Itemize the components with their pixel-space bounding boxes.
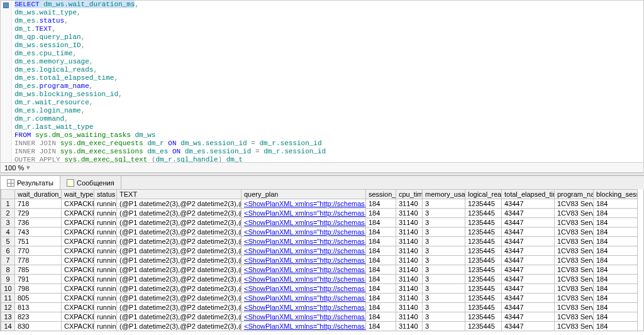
cell-wait-duration[interactable]: 837 bbox=[15, 331, 62, 332]
cell-text[interactable]: (@P1 datetime2(3),@P2 datetime2(3),@P3 n… bbox=[117, 275, 242, 284]
cell-memory-usage[interactable]: 3 bbox=[423, 322, 465, 331]
cell-wait-type[interactable]: CXPACKET bbox=[62, 209, 94, 218]
cell-program-name[interactable]: 1CV83 Server bbox=[555, 284, 594, 294]
cell-status[interactable]: running bbox=[94, 275, 117, 284]
cell-session-id[interactable]: 184 bbox=[366, 284, 396, 294]
cell-query-plan-link[interactable]: <ShowPlanXML xmlns="http://schemas.micro… bbox=[242, 265, 366, 275]
zoom-dash-icon[interactable]: ▾ bbox=[26, 163, 30, 172]
cell-text[interactable]: (@P1 datetime2(3),@P2 datetime2(3),@P3 n… bbox=[117, 284, 242, 294]
cell-total-elapsed[interactable]: 43447 bbox=[502, 237, 555, 246]
row-header[interactable]: 3 bbox=[1, 218, 15, 228]
cell-session-id[interactable]: 184 bbox=[366, 199, 396, 209]
column-header[interactable]: status bbox=[94, 190, 117, 199]
cell-cpu-time[interactable]: 31140 bbox=[396, 275, 423, 284]
column-header[interactable]: wait_type bbox=[62, 190, 94, 199]
cell-text[interactable]: (@P1 datetime2(3),@P2 datetime2(3),@P3 n… bbox=[117, 199, 242, 209]
table-row[interactable]: 12 813 CXPACKET running (@P1 datetime2(3… bbox=[1, 303, 638, 312]
cell-query-plan-link[interactable]: <ShowPlanXML xmlns="http://schemas.micro… bbox=[242, 246, 366, 256]
cell-wait-duration[interactable]: 830 bbox=[15, 322, 62, 331]
cell-wait-duration[interactable]: 823 bbox=[15, 312, 62, 322]
cell-blocking-session[interactable]: 184 bbox=[594, 209, 638, 218]
cell-status[interactable]: running bbox=[94, 303, 117, 312]
cell-blocking-session[interactable]: 184 bbox=[594, 265, 638, 275]
cell-logical-reads[interactable]: 1235445 bbox=[465, 228, 502, 237]
column-header[interactable]: query_plan bbox=[242, 190, 366, 199]
cell-blocking-session[interactable]: 184 bbox=[594, 228, 638, 237]
cell-status[interactable]: running bbox=[94, 256, 117, 265]
tab-results[interactable]: Результаты bbox=[0, 175, 60, 189]
row-header[interactable]: 8 bbox=[1, 265, 15, 275]
cell-wait-duration[interactable]: 718 bbox=[15, 199, 62, 209]
cell-text[interactable]: (@P1 datetime2(3),@P2 datetime2(3),@P3 n… bbox=[117, 209, 242, 218]
cell-session-id[interactable]: 184 bbox=[366, 322, 396, 331]
cell-logical-reads[interactable]: 1235445 bbox=[465, 322, 502, 331]
cell-wait-duration[interactable]: 785 bbox=[15, 265, 62, 275]
cell-wait-type[interactable]: CXPACKET bbox=[62, 218, 94, 228]
cell-memory-usage[interactable]: 3 bbox=[423, 265, 465, 275]
cell-memory-usage[interactable]: 3 bbox=[423, 256, 465, 265]
cell-total-elapsed[interactable]: 43447 bbox=[502, 218, 555, 228]
cell-wait-type[interactable]: CXPACKET bbox=[62, 246, 94, 256]
cell-blocking-session[interactable]: 184 bbox=[594, 294, 638, 303]
cell-logical-reads[interactable]: 1235445 bbox=[465, 246, 502, 256]
cell-program-name[interactable]: 1CV83 Server bbox=[555, 246, 594, 256]
cell-wait-duration[interactable]: 798 bbox=[15, 284, 62, 294]
cell-memory-usage[interactable]: 3 bbox=[423, 284, 465, 294]
cell-status[interactable]: running bbox=[94, 209, 117, 218]
cell-wait-duration[interactable]: 778 bbox=[15, 256, 62, 265]
table-row[interactable]: 3 736 CXPACKET running (@P1 datetime2(3)… bbox=[1, 218, 638, 228]
cell-program-name[interactable]: 1CV83 Server bbox=[555, 265, 594, 275]
cell-memory-usage[interactable]: 3 bbox=[423, 228, 465, 237]
cell-query-plan-link[interactable]: <ShowPlanXML xmlns="http://schemas.micro… bbox=[242, 294, 366, 303]
cell-wait-duration[interactable]: 736 bbox=[15, 218, 62, 228]
sql-code-area[interactable]: SELECT dm_ws.wait_duration_ms, dm_ws.wai… bbox=[14, 1, 643, 162]
cell-wait-duration[interactable]: 743 bbox=[15, 228, 62, 237]
cell-cpu-time[interactable]: 31140 bbox=[396, 218, 423, 228]
cell-status[interactable]: running bbox=[94, 218, 117, 228]
cell-wait-duration[interactable]: 729 bbox=[15, 209, 62, 218]
cell-total-elapsed[interactable]: 43447 bbox=[502, 199, 555, 209]
cell-cpu-time[interactable]: 31140 bbox=[396, 199, 423, 209]
cell-status[interactable]: running bbox=[94, 199, 117, 209]
column-header[interactable]: session_ID bbox=[366, 190, 396, 199]
cell-status[interactable]: running bbox=[94, 237, 117, 246]
cell-session-id[interactable]: 184 bbox=[366, 237, 396, 246]
cell-wait-duration[interactable]: 770 bbox=[15, 246, 62, 256]
cell-text[interactable]: (@P1 datetime2(3),@P2 datetime2(3),@P3 n… bbox=[117, 237, 242, 246]
table-row[interactable]: 10 798 CXPACKET running (@P1 datetime2(3… bbox=[1, 284, 638, 294]
cell-cpu-time[interactable]: 31140 bbox=[396, 312, 423, 322]
cell-session-id[interactable]: 184 bbox=[366, 265, 396, 275]
cell-wait-type[interactable]: CXPACKET bbox=[62, 294, 94, 303]
cell-wait-type[interactable]: CXPACKET bbox=[62, 228, 94, 237]
cell-logical-reads[interactable]: 1235445 bbox=[465, 237, 502, 246]
table-row[interactable]: 6 770 CXPACKET running (@P1 datetime2(3)… bbox=[1, 246, 638, 256]
cell-logical-reads[interactable]: 1235445 bbox=[465, 218, 502, 228]
cell-session-id[interactable]: 184 bbox=[366, 312, 396, 322]
cell-query-plan-link[interactable]: <ShowPlanXML xmlns="http://schemas.micro… bbox=[242, 303, 366, 312]
cell-wait-type[interactable]: CXPACKET bbox=[62, 312, 94, 322]
cell-status[interactable]: running bbox=[94, 331, 117, 332]
row-header[interactable]: 12 bbox=[1, 303, 15, 312]
cell-query-plan-link[interactable]: <ShowPlanXML xmlns="http://schemas.micro… bbox=[242, 218, 366, 228]
row-header[interactable]: 5 bbox=[1, 237, 15, 246]
cell-blocking-session[interactable]: 184 bbox=[594, 246, 638, 256]
cell-memory-usage[interactable]: 3 bbox=[423, 218, 465, 228]
cell-program-name[interactable]: 1CV83 Server bbox=[555, 218, 594, 228]
cell-status[interactable]: running bbox=[94, 265, 117, 275]
cell-cpu-time[interactable]: 31140 bbox=[396, 284, 423, 294]
row-header[interactable]: 7 bbox=[1, 256, 15, 265]
cell-text[interactable]: (@P1 datetime2(3),@P2 datetime2(3),@P3 n… bbox=[117, 303, 242, 312]
cell-query-plan-link[interactable]: <ShowPlanXML xmlns="http://schemas.micro… bbox=[242, 228, 366, 237]
cell-cpu-time[interactable]: 31140 bbox=[396, 322, 423, 331]
cell-blocking-session[interactable]: 184 bbox=[594, 237, 638, 246]
cell-total-elapsed[interactable]: 43447 bbox=[502, 303, 555, 312]
cell-memory-usage[interactable]: 3 bbox=[423, 312, 465, 322]
cell-program-name[interactable]: 1CV83 Server bbox=[555, 228, 594, 237]
cell-blocking-session[interactable]: 184 bbox=[594, 331, 638, 332]
cell-query-plan-link[interactable]: <ShowPlanXML xmlns="http://schemas.micro… bbox=[242, 199, 366, 209]
cell-wait-type[interactable]: CXPACKET bbox=[62, 275, 94, 284]
cell-program-name[interactable]: 1CV83 Server bbox=[555, 331, 594, 332]
cell-memory-usage[interactable]: 3 bbox=[423, 294, 465, 303]
cell-session-id[interactable]: 184 bbox=[366, 303, 396, 312]
column-header[interactable]: memory_usage bbox=[423, 190, 465, 199]
